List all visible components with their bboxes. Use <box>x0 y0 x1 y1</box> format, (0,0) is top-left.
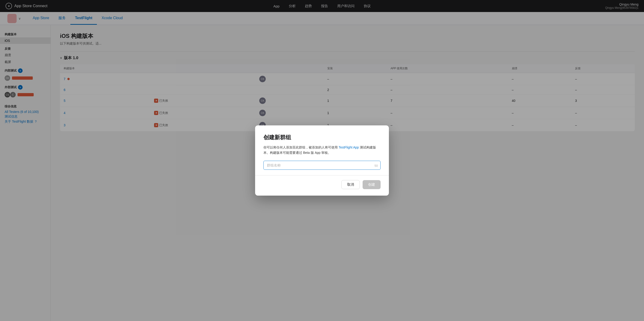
create-button[interactable]: 创建 <box>362 180 380 189</box>
cancel-button[interactable]: 取消 <box>342 180 360 189</box>
modal-description: 你可以将任何人添加至此群组，被添加的人将可使用 TestFlight App 测… <box>264 145 380 155</box>
char-limit: 50 <box>374 164 378 168</box>
modal-divider <box>255 175 389 176</box>
modal-overlay: 创建新群组 你可以将任何人添加至此群组，被添加的人将可使用 TestFlight… <box>0 0 644 321</box>
create-group-modal: 创建新群组 你可以将任何人添加至此群组，被添加的人将可使用 TestFlight… <box>255 125 389 196</box>
modal-title: 创建新群组 <box>264 134 380 141</box>
modal-desc-part1: 你可以将任何人添加至此群组，被添加的人将可使用 <box>264 145 338 149</box>
modal-testflight-link[interactable]: TestFlight App <box>338 145 359 149</box>
group-name-input[interactable] <box>264 161 380 170</box>
modal-input-wrapper: 50 <box>264 161 380 170</box>
modal-actions: 取消 创建 <box>264 180 380 189</box>
